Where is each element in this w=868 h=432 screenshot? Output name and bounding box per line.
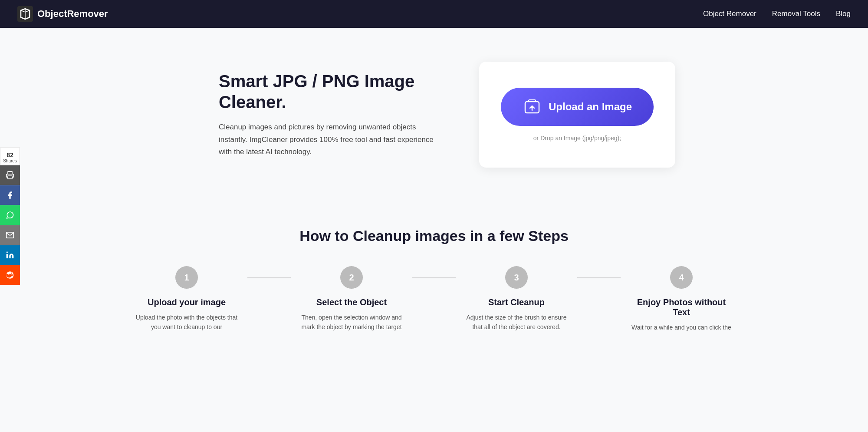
- print-icon: [6, 171, 14, 179]
- email-icon: [6, 231, 14, 239]
- upload-card: Upload an Image or Drop an Image (jpg/pn…: [479, 62, 675, 168]
- linkedin-icon: [6, 251, 14, 259]
- step-2-desc: Then, open the selection window and mark…: [299, 313, 404, 332]
- step-2: 2 Select the Object Then, open the selec…: [291, 266, 412, 332]
- step-3: 3 Start Cleanup Adjust the size of the b…: [456, 266, 577, 332]
- upload-button[interactable]: Upload an Image: [501, 88, 654, 126]
- step-3-heading: Start Cleanup: [488, 297, 545, 307]
- step-1-heading: Upload your image: [148, 297, 226, 307]
- nav-object-remover[interactable]: Object Remover: [703, 10, 756, 18]
- step-4: 4 Enjoy Photos without Text Wait for a w…: [621, 266, 742, 332]
- drop-hint: or Drop an Image (jpg/png/jpeg);: [533, 135, 621, 142]
- facebook-icon: [6, 191, 14, 199]
- nav-removal-tools[interactable]: Removal Tools: [772, 10, 820, 18]
- navbar: ObjectRemover Object Remover Removal Too…: [0, 0, 868, 28]
- share-count: 82 Shares: [0, 147, 20, 165]
- step-2-circle: 2: [340, 266, 363, 289]
- step-4-desc: Wait for a while and you can click the: [631, 323, 731, 332]
- steps-row: 1 Upload your image Upload the photo wit…: [35, 266, 833, 332]
- nav-blog[interactable]: Blog: [836, 10, 851, 18]
- hero-section: Smart JPG / PNG Image Cleaner. Cleanup i…: [0, 28, 868, 201]
- hero-title: Smart JPG / PNG Image Cleaner.: [219, 71, 444, 112]
- step-1: 1 Upload your image Upload the photo wit…: [126, 266, 247, 332]
- connector-3-4: [577, 277, 621, 278]
- steps-title: How to Cleanup images in a few Steps: [35, 228, 833, 244]
- step-2-heading: Select the Object: [316, 297, 387, 307]
- reddit-icon: [6, 270, 14, 279]
- step-1-circle: 1: [175, 266, 198, 289]
- brand-icon: [17, 6, 33, 22]
- brand-logo[interactable]: ObjectRemover: [17, 6, 108, 22]
- nav-links: Object Remover Removal Tools Blog: [703, 10, 851, 18]
- whatsapp-icon: [6, 211, 14, 219]
- upload-button-label: Upload an Image: [549, 101, 632, 113]
- step-3-circle: 3: [505, 266, 528, 289]
- svg-point-1: [7, 251, 8, 253]
- steps-section: How to Cleanup images in a few Steps 1 U…: [0, 201, 868, 350]
- step-4-heading: Enjoy Photos without Text: [629, 297, 733, 317]
- hero-text: Smart JPG / PNG Image Cleaner. Cleanup i…: [219, 71, 444, 159]
- step-3-desc: Adjust the size of the brush to ensure t…: [464, 313, 569, 332]
- print-button[interactable]: [0, 165, 20, 185]
- upload-icon: [523, 97, 542, 116]
- connector-1-2: [247, 277, 291, 278]
- connector-2-3: [412, 277, 456, 278]
- brand-name: ObjectRemover: [37, 8, 108, 20]
- reddit-button[interactable]: [0, 265, 20, 285]
- facebook-button[interactable]: [0, 185, 20, 205]
- linkedin-button[interactable]: [0, 245, 20, 265]
- email-button[interactable]: [0, 225, 20, 245]
- step-4-circle: 4: [670, 266, 693, 289]
- step-1-desc: Upload the photo with the objects that y…: [135, 313, 239, 332]
- hero-description: Cleanup images and pictures by removing …: [219, 121, 444, 159]
- social-sidebar: 82 Shares: [0, 147, 20, 285]
- whatsapp-button[interactable]: [0, 205, 20, 225]
